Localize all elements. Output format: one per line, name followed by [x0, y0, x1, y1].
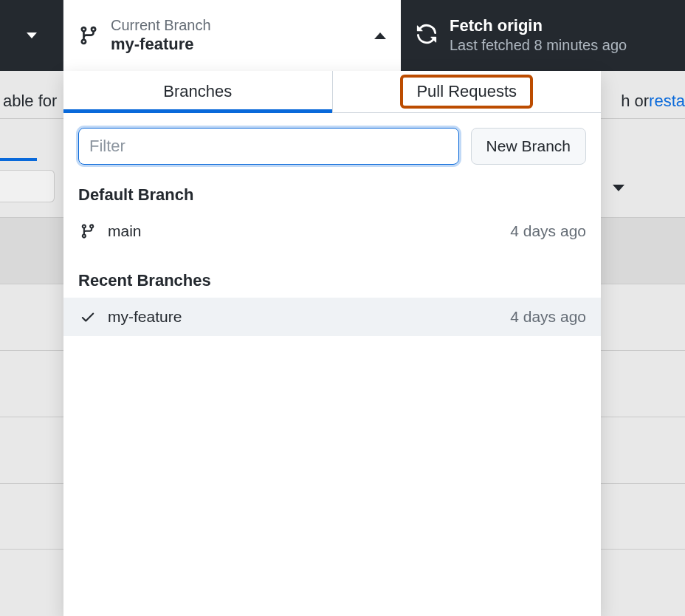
git-branch-icon [78, 223, 97, 239]
branch-item-main[interactable]: main 4 days ago [63, 212, 601, 250]
banner-text-right: h or [621, 92, 649, 111]
caret-up-icon [374, 32, 386, 39]
section-default-branch: Default Branch [63, 165, 601, 212]
current-branch-name: my-feature [111, 34, 362, 55]
bg-tab-indicator [0, 158, 37, 161]
new-branch-button[interactable]: New Branch [471, 128, 586, 165]
fetch-title: Fetch origin [450, 16, 627, 35]
branch-item-my-feature[interactable]: my-feature 4 days ago [63, 298, 601, 336]
banner-text-left: able for [3, 92, 57, 111]
fetch-origin-button[interactable]: Fetch origin Last fetched 8 minutes ago [401, 0, 685, 71]
branch-filter-input[interactable] [78, 128, 459, 165]
bg-box [0, 170, 55, 202]
section-recent-branches: Recent Branches [63, 250, 601, 298]
fetch-subtitle: Last fetched 8 minutes ago [450, 35, 627, 55]
tab-pull-requests-label: Pull Requests [400, 75, 533, 109]
restart-link[interactable]: resta [649, 92, 685, 111]
branch-age: 4 days ago [510, 222, 586, 240]
branch-age: 4 days ago [510, 308, 586, 326]
current-branch-label: Current Branch [111, 16, 362, 34]
branch-name: my-feature [108, 308, 500, 326]
tab-pull-requests[interactable]: Pull Requests [332, 71, 602, 112]
branch-name: main [108, 222, 500, 240]
caret-down-icon [27, 32, 37, 38]
branch-dropdown-panel: Branches Pull Requests New Branch Defaul… [63, 71, 601, 616]
tab-branches[interactable]: Branches [63, 71, 332, 112]
current-branch-button[interactable]: Current Branch my-feature [63, 0, 401, 71]
sync-icon [416, 23, 438, 48]
tab-branches-label: Branches [163, 82, 232, 101]
caret-down-icon[interactable] [613, 185, 624, 191]
check-icon [78, 309, 97, 325]
repo-dropdown-toggle[interactable] [0, 0, 63, 71]
git-branch-icon [78, 25, 99, 46]
